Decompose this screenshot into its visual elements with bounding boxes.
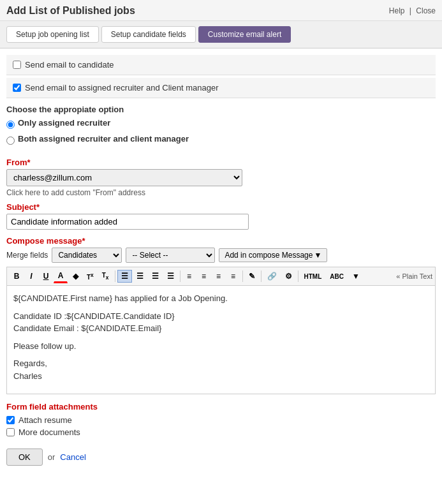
click-here-link[interactable]: Click here to add custom "From" address bbox=[6, 188, 436, 197]
tab-bar: Setup job opening list Setup candidate f… bbox=[0, 21, 442, 48]
help-link[interactable]: Help bbox=[389, 6, 405, 15]
send-recruiter-checkbox[interactable] bbox=[13, 84, 21, 92]
send-candidate-checkbox[interactable] bbox=[13, 61, 21, 69]
spell-button[interactable]: ABC bbox=[326, 271, 348, 282]
justify-button[interactable]: ☰ bbox=[163, 270, 178, 283]
radio-both-row: Both assigned recruiter and client manag… bbox=[6, 134, 436, 147]
align-center-button[interactable]: ☰ bbox=[133, 270, 147, 283]
subscript-button[interactable]: Tx bbox=[98, 270, 113, 283]
subject-input[interactable] bbox=[6, 214, 249, 230]
plain-text-button[interactable]: « Plain Text bbox=[396, 272, 432, 280]
more-documents-checkbox[interactable] bbox=[6, 428, 15, 436]
choose-option-section: Choose the appropiate option Only assign… bbox=[6, 101, 436, 152]
merge-fields-select[interactable]: Candidates bbox=[52, 248, 122, 263]
add-compose-dropdown-icon: ▼ bbox=[314, 251, 321, 260]
actions-row: OK or Cancel bbox=[6, 448, 436, 478]
editor-toolbar: B I U A ◆ Tx Tx ☰ ☰ ☰ ☰ ≡ ≡ ≡ ≡ ✎ 🔗 ⚙ HT… bbox=[6, 267, 436, 285]
from-field-wrap: charless@zillum.com bbox=[6, 169, 436, 186]
radio-both-label: Both assigned recruiter and client manag… bbox=[18, 134, 189, 144]
font-color-button[interactable]: A bbox=[54, 269, 68, 283]
main-content: Send email to candidate Send email to as… bbox=[0, 48, 442, 485]
subject-label: Subject* bbox=[6, 202, 436, 212]
radio-both-recruiter[interactable] bbox=[6, 137, 15, 145]
choose-option-label: Choose the appropiate option bbox=[6, 105, 436, 114]
page-header: Add List of Published jobs Help | Close bbox=[0, 0, 442, 21]
or-text: or bbox=[48, 452, 55, 462]
compose-label: Compose message* bbox=[6, 236, 436, 246]
close-link[interactable]: Close bbox=[416, 6, 436, 15]
cancel-link[interactable]: Cancel bbox=[60, 452, 85, 462]
align-left-button[interactable]: ☰ bbox=[117, 270, 132, 283]
select-field-select[interactable]: -- Select -- bbox=[126, 248, 215, 263]
underline-button[interactable]: U bbox=[39, 270, 53, 283]
send-candidate-label: Send email to candidate bbox=[25, 60, 114, 70]
radio-only-recruiter-label: Only assigned recruiter bbox=[18, 118, 110, 128]
more-docs-row: More documents bbox=[6, 427, 436, 437]
bold-button[interactable]: B bbox=[10, 270, 24, 283]
attachments-title: Form field attachments bbox=[6, 402, 436, 411]
page-title: Add List of Published jobs bbox=[6, 5, 135, 17]
radio-only-recruiter-row: Only assigned recruiter bbox=[6, 118, 436, 131]
radio-only-recruiter[interactable] bbox=[6, 121, 15, 129]
indent-button[interactable]: ≡ bbox=[212, 270, 226, 283]
align-right-button[interactable]: ☰ bbox=[148, 270, 163, 283]
compose-toolbar-row: Merge fields Candidates -- Select -- Add… bbox=[6, 248, 436, 263]
attach-resume-label: Attach resume bbox=[18, 415, 72, 425]
editor-area[interactable]: ${CANDIDATE.First name} has applied for … bbox=[6, 285, 436, 394]
toolbar-sep-1 bbox=[115, 271, 115, 282]
ol-button[interactable]: ≡ bbox=[197, 270, 211, 283]
add-compose-button[interactable]: Add in compose Message ▼ bbox=[219, 248, 327, 262]
superscript-button[interactable]: Tx bbox=[83, 270, 98, 283]
attach-resume-row: Attach resume bbox=[6, 415, 436, 425]
send-recruiter-label: Send email to assigned recruiter and Cli… bbox=[25, 83, 219, 93]
italic-button[interactable]: I bbox=[24, 270, 38, 283]
toolbar-sep-4 bbox=[261, 271, 262, 282]
tab-customize-email[interactable]: Customize email alert bbox=[198, 26, 291, 43]
from-label: From* bbox=[6, 158, 436, 167]
html-button[interactable]: HTML bbox=[300, 271, 326, 282]
form-attachments-section: Form field attachments Attach resume Mor… bbox=[6, 402, 436, 437]
header-links: Help | Close bbox=[389, 6, 436, 15]
toolbar-sep-3 bbox=[242, 271, 243, 282]
highlight-button[interactable]: ◆ bbox=[68, 270, 82, 283]
image-button[interactable]: ⚙ bbox=[281, 270, 296, 283]
attach-resume-checkbox[interactable] bbox=[6, 416, 15, 424]
special-chars-button[interactable]: ✎ bbox=[245, 270, 259, 283]
from-select[interactable]: charless@zillum.com bbox=[6, 169, 242, 186]
tab-candidate-fields[interactable]: Setup candidate fields bbox=[101, 26, 196, 43]
send-recruiter-row: Send email to assigned recruiter and Cli… bbox=[6, 78, 436, 98]
more-documents-label: More documents bbox=[18, 427, 80, 437]
link-button[interactable]: 🔗 bbox=[263, 270, 281, 283]
merge-fields-label: Merge fields bbox=[6, 251, 48, 260]
click-here-row: Click here to add custom "From" address bbox=[6, 188, 436, 197]
ul-button[interactable]: ≡ bbox=[182, 270, 196, 283]
ok-button[interactable]: OK bbox=[6, 448, 43, 466]
outdent-button[interactable]: ≡ bbox=[226, 270, 240, 283]
dropdown-arrow[interactable]: ▼ bbox=[348, 270, 364, 283]
toolbar-sep-5 bbox=[298, 271, 298, 282]
tab-job-opening-list[interactable]: Setup job opening list bbox=[6, 26, 99, 43]
send-candidate-row: Send email to candidate bbox=[6, 55, 436, 75]
toolbar-sep-2 bbox=[180, 271, 180, 282]
